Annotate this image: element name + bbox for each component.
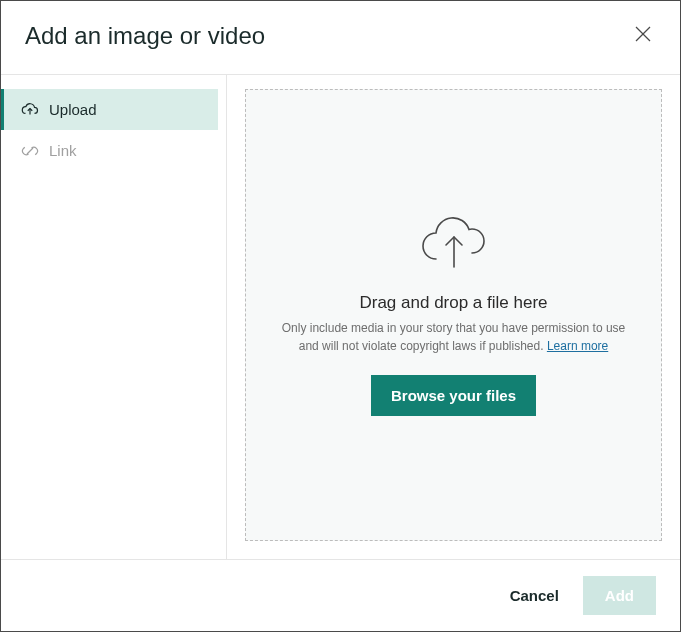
svg-line-2 xyxy=(27,148,33,154)
cloud-upload-icon xyxy=(21,103,39,117)
tab-link-label: Link xyxy=(49,142,77,159)
dropzone-title: Drag and drop a file here xyxy=(359,293,547,313)
tab-link[interactable]: Link xyxy=(1,130,218,171)
tab-upload[interactable]: Upload xyxy=(1,89,218,130)
link-icon xyxy=(21,144,39,158)
close-button[interactable] xyxy=(630,21,656,50)
dialog-header: Add an image or video xyxy=(1,1,680,75)
dialog-body: Upload Link Drag and drop a file here On… xyxy=(1,75,680,559)
tab-upload-label: Upload xyxy=(49,101,97,118)
dropzone-description: Only include media in your story that yo… xyxy=(274,319,634,355)
content-panel: Drag and drop a file here Only include m… xyxy=(227,75,680,559)
cancel-button[interactable]: Cancel xyxy=(504,577,565,614)
browse-files-button[interactable]: Browse your files xyxy=(371,375,536,416)
dialog-title: Add an image or video xyxy=(25,22,265,50)
learn-more-link[interactable]: Learn more xyxy=(547,339,608,353)
dialog-footer: Cancel Add xyxy=(1,559,680,631)
close-icon xyxy=(634,25,652,43)
cloud-upload-large-icon xyxy=(418,215,490,275)
add-button[interactable]: Add xyxy=(583,576,656,615)
sidebar: Upload Link xyxy=(1,75,227,559)
dropzone[interactable]: Drag and drop a file here Only include m… xyxy=(245,89,662,541)
